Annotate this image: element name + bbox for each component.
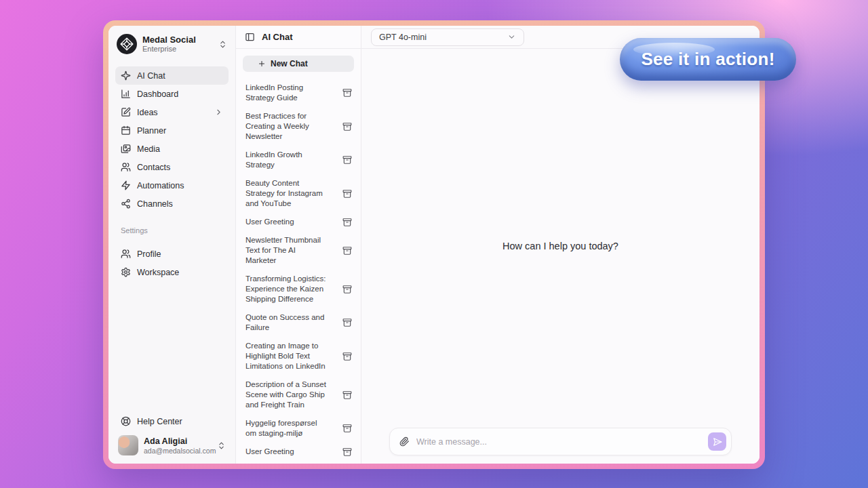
help-icon bbox=[121, 416, 131, 426]
chat-history-item[interactable]: Brukerinteraksjon med AI-chatbot bbox=[241, 461, 355, 464]
message-composer bbox=[389, 428, 732, 455]
model-selector[interactable]: GPT 4o-mini bbox=[371, 28, 524, 46]
chat-title: Creating an Image to Highlight Bold Text… bbox=[245, 341, 328, 371]
main-chat-area: GPT 4o-mini How can I help you today? bbox=[361, 26, 760, 464]
chevron-down-icon bbox=[507, 33, 516, 41]
sidebar-item-label: Contacts bbox=[137, 163, 208, 172]
help-center-button[interactable]: Help Center bbox=[115, 412, 229, 430]
sidebar-spacer bbox=[115, 281, 229, 412]
plus-icon bbox=[258, 60, 266, 68]
chat-title: Newsletter Thumbnail Text for The AI Mar… bbox=[245, 235, 328, 266]
send-icon bbox=[713, 437, 722, 447]
workspace-switcher[interactable]: Medal Social Enterprise bbox=[115, 33, 229, 61]
archive-icon[interactable] bbox=[342, 285, 352, 294]
sidebar-item[interactable]: AI Chat bbox=[115, 66, 229, 85]
archive-icon[interactable] bbox=[342, 447, 352, 457]
sidebar-item-label: Channels bbox=[137, 199, 208, 209]
sidebar-item-label: Profile bbox=[137, 249, 208, 259]
sidebar-item-label: Media bbox=[137, 144, 208, 154]
paperclip-icon[interactable] bbox=[399, 436, 410, 447]
chevron-right-icon bbox=[214, 108, 223, 117]
chat-history-item[interactable]: Transforming Logistics: Experience the K… bbox=[241, 270, 355, 308]
new-chat-label: New Chat bbox=[271, 59, 308, 68]
sidebar-item-label: Automations bbox=[137, 181, 208, 190]
users-icon bbox=[121, 162, 131, 172]
sidebar-item-label: Dashboard bbox=[137, 89, 208, 99]
medal-social-logo bbox=[117, 34, 137, 54]
help-center-label: Help Center bbox=[137, 417, 223, 426]
chat-history-item[interactable]: Creating an Image to Highlight Bold Text… bbox=[241, 337, 355, 375]
brand-plan: Enterprise bbox=[142, 45, 213, 54]
chat-history-item[interactable]: LinkedIn Posting Strategy Guide bbox=[241, 79, 355, 107]
chat-history-item[interactable]: Description of a Sunset Scene with Cargo… bbox=[241, 375, 355, 414]
archive-icon[interactable] bbox=[342, 390, 352, 400]
settings-section-label: Settings bbox=[121, 226, 223, 235]
brand-text: Medal Social Enterprise bbox=[142, 35, 213, 54]
greeting-text: How can I help you today? bbox=[361, 241, 760, 251]
archive-icon[interactable] bbox=[342, 155, 352, 165]
archive-icon[interactable] bbox=[342, 218, 352, 227]
chevrons-up-down-icon bbox=[217, 441, 226, 450]
chat-title: Hyggelig forespørsel om staging-miljø bbox=[245, 418, 328, 439]
sidebar-item[interactable]: Media bbox=[115, 140, 229, 158]
chat-history-item[interactable]: Quote on Success and Failure bbox=[241, 308, 355, 337]
chat-title: Description of a Sunset Scene with Cargo… bbox=[245, 380, 328, 410]
panel-left-icon[interactable] bbox=[245, 32, 255, 42]
archive-icon[interactable] bbox=[342, 424, 352, 433]
sidebar-item[interactable]: Automations bbox=[115, 176, 229, 195]
sidebar: Medal Social Enterprise AI Chat Dashboar… bbox=[108, 26, 236, 464]
user-text: Ada Aligiai ada@medalsocial.com bbox=[144, 436, 212, 455]
send-button[interactable] bbox=[708, 432, 726, 451]
chat-title: Best Practices for Creating a Weekly New… bbox=[245, 111, 328, 142]
sidebar-item[interactable]: Planner bbox=[115, 121, 229, 140]
model-selector-value: GPT 4o-mini bbox=[379, 33, 427, 42]
share-icon bbox=[121, 199, 131, 209]
sidebar-nav: AI Chat Dashboard Ideas Planner bbox=[115, 66, 229, 213]
chat-history-item[interactable]: User Greeting bbox=[241, 443, 355, 461]
user-account-switcher[interactable]: Ada Aligiai ada@medalsocial.com bbox=[115, 430, 229, 458]
sidebar-item[interactable]: Profile bbox=[115, 245, 229, 263]
chat-history-list: LinkedIn Posting Strategy Guide Best Pra… bbox=[236, 73, 361, 464]
chat-title: Transforming Logistics: Experience the K… bbox=[245, 274, 328, 304]
chevrons-up-down-icon bbox=[218, 40, 227, 49]
sidebar-item[interactable]: Ideas bbox=[115, 103, 229, 121]
zap-icon bbox=[121, 180, 131, 190]
sidebar-item[interactable]: Dashboard bbox=[115, 85, 229, 103]
archive-icon[interactable] bbox=[342, 352, 352, 361]
sidebar-item[interactable]: Channels bbox=[115, 195, 229, 213]
conversation-area: How can I help you today? bbox=[361, 49, 760, 428]
sidebar-item[interactable]: Contacts bbox=[115, 158, 229, 176]
app-window-content: Medal Social Enterprise AI Chat Dashboar… bbox=[108, 26, 760, 464]
chat-history-item[interactable]: Beauty Content Strategy for Instagram an… bbox=[241, 174, 355, 213]
user-email: ada@medalsocial.com bbox=[144, 447, 212, 455]
users-icon bbox=[121, 249, 131, 259]
chat-title: User Greeting bbox=[245, 447, 328, 457]
new-chat-button[interactable]: New Chat bbox=[243, 56, 354, 72]
chat-history-panel: AI Chat New Chat LinkedIn Posting Strate… bbox=[236, 26, 361, 464]
chart-icon bbox=[121, 89, 131, 99]
sidebar-item-label: Workspace bbox=[137, 268, 208, 277]
app-window: Medal Social Enterprise AI Chat Dashboar… bbox=[103, 20, 765, 469]
archive-icon[interactable] bbox=[342, 318, 352, 327]
sidebar-settings-nav: Profile Workspace bbox=[115, 245, 229, 281]
user-name: Ada Aligiai bbox=[144, 436, 212, 447]
sidebar-item-label: AI Chat bbox=[137, 71, 208, 81]
see-it-in-action-badge[interactable]: See it in action! bbox=[620, 38, 796, 81]
chat-history-item[interactable]: Newsletter Thumbnail Text for The AI Mar… bbox=[241, 231, 355, 270]
sidebar-item[interactable]: Workspace bbox=[115, 263, 229, 281]
chat-panel-header: AI Chat bbox=[236, 26, 361, 49]
message-input[interactable] bbox=[416, 437, 701, 447]
badge-label: See it in action! bbox=[641, 49, 774, 70]
chat-history-item[interactable]: Hyggelig forespørsel om staging-miljø bbox=[241, 414, 355, 443]
archive-icon[interactable] bbox=[342, 88, 352, 98]
chat-panel-title: AI Chat bbox=[262, 32, 293, 42]
chat-history-item[interactable]: LinkedIn Growth Strategy bbox=[241, 146, 355, 174]
archive-icon[interactable] bbox=[342, 189, 352, 199]
images-icon bbox=[121, 144, 131, 154]
chat-history-item[interactable]: Best Practices for Creating a Weekly New… bbox=[241, 107, 355, 146]
gear-icon bbox=[121, 267, 131, 277]
chat-history-item[interactable]: User Greeting bbox=[241, 213, 355, 231]
chat-title: Beauty Content Strategy for Instagram an… bbox=[245, 178, 328, 209]
archive-icon[interactable] bbox=[342, 122, 352, 131]
archive-icon[interactable] bbox=[342, 246, 352, 256]
